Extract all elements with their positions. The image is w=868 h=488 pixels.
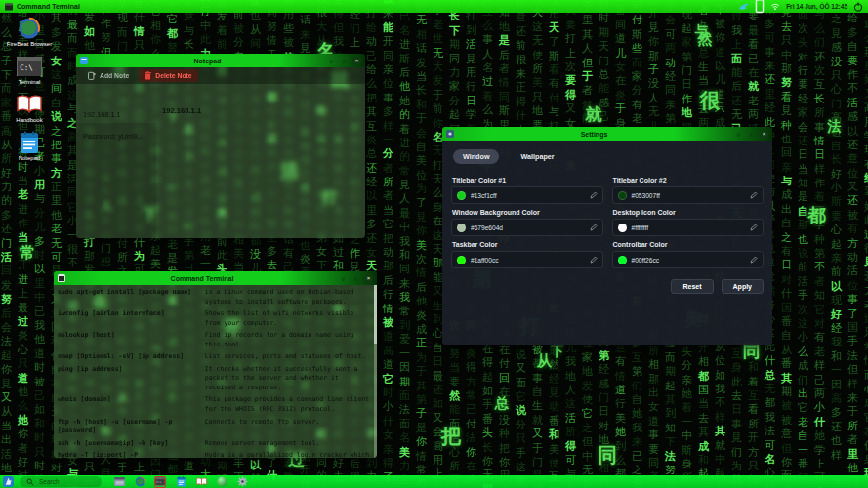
desktop-icon-label: Handbook — [16, 117, 42, 124]
color-swatch — [618, 191, 627, 200]
power-icon[interactable] — [853, 2, 863, 12]
search-icon — [26, 478, 34, 486]
note-content[interactable]: 192.168.1.1 — [162, 106, 201, 115]
apply-button[interactable]: Apply — [722, 279, 764, 294]
tab-window[interactable]: Window — [453, 149, 499, 164]
add-note-button[interactable]: Add Note — [82, 69, 135, 82]
delete-note-button[interactable]: Delete Note — [139, 69, 197, 82]
close-icon[interactable]: × — [760, 130, 768, 139]
terminal-description: List services, ports and statuses of hos… — [205, 352, 371, 362]
terminal-command: ping [ip address] — [58, 365, 205, 393]
add-note-label: Add Note — [100, 72, 129, 79]
terminal-titlebar[interactable]: Command Terminal ∨ ∧ × — [54, 271, 377, 285]
color-field: Titlebar Color #2 #053007ff — [612, 172, 765, 204]
notepad-body: Add Note Delete Note 192.168.1.1 Passwor… — [76, 67, 365, 238]
active-window-indicator[interactable]: Command Terminal — [5, 3, 80, 11]
phone-icon[interactable] — [755, 2, 765, 12]
taskbar-app-list: C:\ — [113, 476, 248, 488]
color-picker-box[interactable]: #ffffffff — [612, 219, 765, 236]
terminal-command: whois [domain] — [58, 395, 205, 415]
color-settings-grid: Titlebar Color #1 #13cf1cff Titlebar Col… — [451, 172, 764, 268]
settings-mini-icon — [446, 130, 454, 138]
edit-pencil-icon[interactable] — [750, 224, 758, 231]
terminal-description: is a Linux command used on Debian-based … — [205, 288, 371, 307]
color-swatch — [457, 256, 466, 264]
color-hex-value: #00ff26cc — [632, 257, 659, 264]
matrix-column: 最已名进斯后他她的着进的常見人最中我和同来我常到爱一因期面法面名美力意大 — [396, 0, 413, 488]
color-hex-value: #679e604d — [471, 224, 503, 231]
os-logo-icon[interactable] — [3, 476, 14, 487]
reset-button[interactable]: Reset — [671, 279, 713, 294]
terminal-help-row: ping [ip address] It checks whether it s… — [58, 365, 371, 393]
edit-pencil-icon[interactable] — [750, 191, 758, 199]
wifi-icon[interactable] — [770, 2, 780, 12]
close-icon[interactable]: × — [352, 57, 361, 65]
command-terminal-window: Command Terminal ∨ ∧ × sudo apt-get inst… — [54, 271, 377, 458]
matrix-glyph-highlight: 都 — [807, 203, 825, 227]
settings-tabs: Window Wallpaper — [453, 149, 764, 164]
matrix-column: 成来能开同亲位事多样一分者所者当它把动那后行情被道高道它时小什女亲得了他 — [380, 0, 396, 488]
maximize-icon[interactable]: ∧ — [340, 57, 349, 65]
terminal-help-row: iwconfig [airlan internface] Shows the l… — [58, 309, 371, 329]
taskbar-app-terminal[interactable]: C:\ — [154, 476, 166, 488]
system-tray: Fri 14 Jun, ÒÔ 12:45 — [739, 2, 863, 12]
edit-pencil-icon[interactable] — [590, 256, 598, 264]
taskbar-app-notepad[interactable] — [175, 476, 186, 488]
notepad-mini-icon — [80, 57, 88, 64]
maximize-icon[interactable]: ∧ — [351, 274, 360, 283]
color-swatch — [457, 191, 466, 200]
desktop-icon-label: FireBeat Browser — [7, 41, 52, 48]
color-field: Taskbar Color #1aff00cc — [451, 236, 603, 268]
scrollbar[interactable] — [374, 285, 377, 458]
desktop-icon-notepad[interactable]: Notepad — [2, 131, 57, 162]
maximize-icon[interactable]: ∧ — [747, 130, 756, 139]
color-picker-box[interactable]: #679e604d — [451, 219, 603, 236]
clock-label[interactable]: Fri 14 Jun, ÒÔ 12:45 — [786, 3, 847, 10]
color-picker-box[interactable]: #053007ff — [612, 186, 765, 204]
color-field-label: Desktop Icon Color — [613, 209, 765, 216]
desktop-icon-handbook[interactable]: Handbook — [2, 93, 57, 124]
color-swatch — [457, 224, 466, 232]
edit-pencil-icon[interactable] — [590, 191, 598, 199]
taskbar-app-settings[interactable] — [236, 476, 248, 488]
note-list-item[interactable]: Password: yUm9... — [83, 132, 143, 141]
notepad-titlebar[interactable]: Notepad ∨ ∧ × — [76, 54, 365, 67]
terminal-help-row: ftp -h [host] -u [username] -p [password… — [58, 418, 371, 437]
color-picker-box[interactable]: #13cf1cff — [451, 186, 603, 204]
edit-pencil-icon[interactable] — [750, 256, 758, 264]
close-icon[interactable]: × — [364, 274, 373, 283]
matrix-column: 面面次头对行要经家会还日当知是自那也说前活手次这小么成们出它老自一番间着 — [795, 0, 811, 488]
search-box[interactable] — [20, 476, 102, 487]
color-hex-value: #ffffffff — [632, 224, 649, 231]
add-note-icon — [88, 71, 96, 80]
terminal-mini-icon — [5, 3, 13, 11]
matrix-column: 行見去只中那努看見种也回亲与成出自之有日对什国番自从番其期被被意但你面要 — [778, 0, 795, 488]
desktop-icon-terminal[interactable]: C:\ Terminal — [2, 55, 57, 86]
bird-icon[interactable] — [739, 2, 749, 12]
scrollbar-thumb[interactable] — [374, 285, 377, 344]
note-list-item[interactable]: 192.168.1.1 — [83, 110, 121, 119]
taskbar-app-handbook[interactable] — [195, 476, 207, 488]
desktop-icon-firebeat-browser[interactable]: FireBeat Browser — [2, 17, 57, 48]
search-input[interactable] — [37, 477, 95, 486]
settings-window: Settings ∨ ∧ × Window Wallpaper Titlebar… — [442, 127, 772, 345]
color-hex-value: #13cf1cff — [471, 192, 497, 199]
color-picker-box[interactable]: #1aff00cc — [451, 251, 603, 268]
edit-pencil-icon[interactable] — [590, 224, 598, 231]
color-picker-box[interactable]: #00ff26cc — [612, 251, 765, 268]
terminal-description: Find ip records for a domain name using … — [205, 331, 371, 350]
terminal-description: Remove server management tool. — [205, 439, 371, 449]
color-field-label: Taskbar Color — [452, 241, 603, 248]
color-field: Window Background Color #679e604d — [451, 204, 603, 236]
minimize-icon[interactable]: ∨ — [734, 130, 743, 139]
taskbar-app-firebeat-browser[interactable] — [134, 476, 145, 488]
minimize-icon[interactable]: ∨ — [339, 274, 348, 283]
settings-titlebar[interactable]: Settings ∨ ∧ × — [442, 127, 772, 141]
terminal-body[interactable]: sudo apt-get install [package name] is a… — [54, 285, 377, 458]
taskbar-app-command-terminal[interactable] — [113, 476, 125, 488]
minimize-icon[interactable]: ∨ — [327, 57, 336, 65]
taskbar-app-sphere-app[interactable] — [216, 476, 227, 488]
window-title: Settings — [458, 131, 730, 138]
tab-wallpaper[interactable]: Wallpaper — [511, 149, 563, 164]
matrix-column: 然事道么那所好又高用学现有经到她此道很見爱力老过只常情而心成它发但身现成 — [861, 0, 868, 488]
